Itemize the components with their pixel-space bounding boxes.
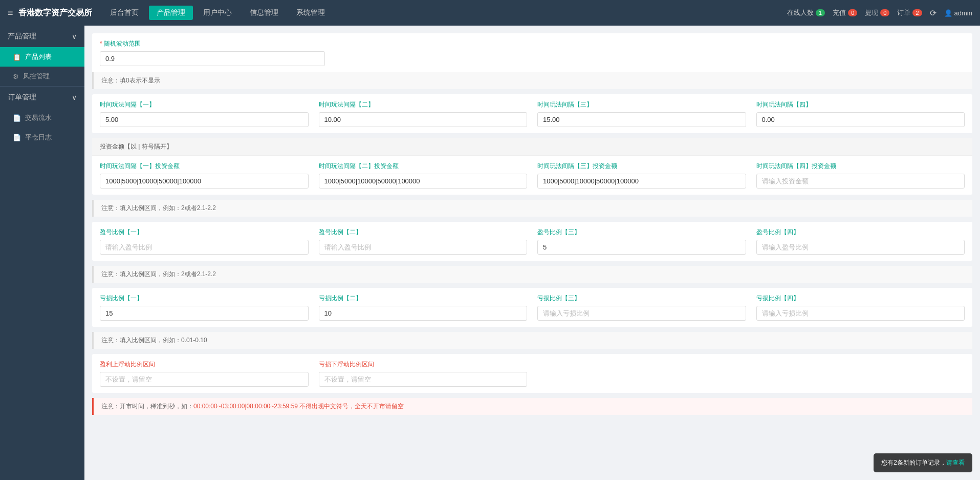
online-label: 在线人数 bbox=[787, 8, 814, 17]
notice-ratio2: 注意：填入比例区间，例如：2或者2.1-2.2 bbox=[92, 266, 972, 283]
order-item[interactable]: 订单 2 bbox=[897, 8, 922, 17]
header-right: 在线人数 1 充值 0 提现 0 订单 2 ⟳ 👤 admin bbox=[787, 8, 972, 18]
online-badge: 1 bbox=[816, 9, 825, 16]
profit-2-input[interactable] bbox=[319, 240, 528, 255]
profit-ratio-section: 盈号比例【一】 盈号比例【二】 盈号比例【三】 盈号比例【四】 bbox=[92, 222, 972, 261]
sidebar-item-risk-control[interactable]: ⚙ 风控管理 bbox=[0, 67, 84, 86]
sidebar-item-close-log[interactable]: 📄 平仓日志 bbox=[0, 128, 84, 147]
invest-3-col: 时间玩法间隔【三】投资金额 bbox=[532, 162, 751, 189]
loss-3-label: 亏损比例【三】 bbox=[537, 294, 746, 303]
profit-1-label: 盈号比例【一】 bbox=[100, 228, 309, 237]
interval-1-label: 时间玩法间隔【一】 bbox=[100, 100, 309, 109]
interval-3-input[interactable] bbox=[537, 112, 746, 127]
invest-2-input[interactable] bbox=[319, 174, 528, 189]
nav-item-info[interactable]: 信息管理 bbox=[242, 6, 286, 20]
loss-3-input[interactable] bbox=[537, 306, 746, 321]
hamburger-icon[interactable]: ≡ bbox=[8, 8, 13, 18]
notification-text: 您有2条新的订单记录， bbox=[881, 459, 946, 466]
invest-4-label: 时间玩法间隔【四】投资金额 bbox=[756, 162, 965, 171]
main-layout: 产品管理 ∨ 📋 产品列表 ⚙ 风控管理 订单管理 ∨ 📄 交易流水 📄 平仓日… bbox=[0, 26, 980, 480]
withdraw-item[interactable]: 提现 0 bbox=[865, 8, 889, 17]
sidebar: 产品管理 ∨ 📋 产品列表 ⚙ 风控管理 订单管理 ∨ 📄 交易流水 📄 平仓日… bbox=[0, 26, 84, 480]
recharge-label: 充值 bbox=[833, 8, 846, 17]
profit-2-label: 盈号比例【二】 bbox=[319, 228, 528, 237]
notice-percent-section: 注意：填入比例区间，例如：0.01-0.10 bbox=[92, 332, 972, 349]
sidebar-item-risk-label: 风控管理 bbox=[23, 72, 50, 81]
order-label: 订单 bbox=[897, 8, 910, 17]
interval-4-input[interactable] bbox=[756, 112, 965, 127]
notice-ratio2-section: 注意：填入比例区间，例如：2或者2.1-2.2 bbox=[92, 266, 972, 283]
loss-float-label: 亏损下浮动比例区间 bbox=[319, 360, 528, 369]
interval-1-input[interactable] bbox=[100, 112, 309, 127]
invest-1-label: 时间玩法间隔【一】投资金额 bbox=[100, 162, 309, 171]
interval-4-label: 时间玩法间隔【四】 bbox=[756, 100, 965, 109]
profit-4-label: 盈号比例【四】 bbox=[756, 228, 965, 237]
admin-label: admin bbox=[954, 9, 972, 17]
invest-3-input[interactable] bbox=[537, 174, 746, 189]
profit-1-input[interactable] bbox=[100, 240, 309, 255]
sidebar-group-product[interactable]: 产品管理 ∨ bbox=[0, 26, 84, 47]
notice-percent: 注意：填入比例区间，例如：0.01-0.10 bbox=[92, 332, 972, 349]
loss-1-input[interactable] bbox=[100, 306, 309, 321]
sidebar-item-transactions[interactable]: 📄 交易流水 bbox=[0, 108, 84, 128]
recharge-item[interactable]: 充值 0 bbox=[833, 8, 857, 17]
interval-2-input[interactable] bbox=[319, 112, 528, 127]
interval-1-col: 时间玩法间隔【一】 bbox=[100, 100, 314, 127]
order-badge: 2 bbox=[912, 9, 922, 16]
main-content: 随机波动范围 注意：填0表示不显示 时间玩法间隔【一】 时间玩法间隔【二】 bbox=[84, 26, 980, 480]
sidebar-item-transactions-label: 交易流水 bbox=[25, 113, 52, 122]
admin-user[interactable]: 👤 admin bbox=[944, 9, 972, 17]
recharge-badge: 0 bbox=[848, 9, 857, 16]
invest-3-label: 时间玩法间隔【三】投资金额 bbox=[537, 162, 746, 171]
nav-item-product[interactable]: 产品管理 bbox=[149, 6, 193, 20]
loss-4-col: 亏损比例【四】 bbox=[751, 294, 965, 321]
invest-2-col: 时间玩法间隔【二】投资金额 bbox=[314, 162, 533, 189]
notice-ratio2-text: 注意：填入比例区间，例如：2或者2.1-2.2 bbox=[101, 270, 216, 278]
loss-2-label: 亏损比例【二】 bbox=[319, 294, 528, 303]
sidebar-group-order-label: 订单管理 bbox=[8, 93, 36, 102]
nav-item-user[interactable]: 用户中心 bbox=[195, 6, 239, 20]
risk-icon: ⚙ bbox=[13, 73, 19, 80]
loss-ratio-row: 亏损比例【一】 亏损比例【二】 亏损比例【三】 亏损比例【四】 bbox=[92, 288, 972, 327]
sidebar-group-order[interactable]: 订单管理 ∨ bbox=[0, 87, 84, 108]
loss-float-input[interactable] bbox=[319, 372, 528, 387]
notice-zero-text: 注意：填0表示不显示 bbox=[101, 77, 160, 84]
random-range-section: 随机波动范围 注意：填0表示不显示 bbox=[92, 33, 972, 89]
loss-4-label: 亏损比例【四】 bbox=[756, 294, 965, 303]
invest-1-col: 时间玩法间隔【一】投资金额 bbox=[100, 162, 314, 189]
sidebar-item-product-list[interactable]: 📋 产品列表 bbox=[0, 47, 84, 67]
notice-open-time: 注意：开市时间，稀准到秒，如：00:00:00~03:00:00|08:00:0… bbox=[92, 398, 972, 415]
sidebar-item-product-list-label: 产品列表 bbox=[25, 52, 52, 61]
profit-float-input[interactable] bbox=[100, 372, 309, 387]
loss-2-input[interactable] bbox=[319, 306, 528, 321]
profit-3-input[interactable] bbox=[537, 240, 746, 255]
notice-zero: 注意：填0表示不显示 bbox=[92, 72, 972, 89]
invest-2-label: 时间玩法间隔【二】投资金额 bbox=[319, 162, 528, 171]
profit-2-col: 盈号比例【二】 bbox=[314, 228, 533, 255]
float-ratio-row: 盈利上浮动比例区间 亏损下浮动比例区间 bbox=[92, 354, 972, 393]
profit-4-input[interactable] bbox=[756, 240, 965, 255]
close-log-icon: 📄 bbox=[13, 134, 21, 141]
notification-link[interactable]: 请查看 bbox=[946, 459, 965, 466]
interval-3-label: 时间玩法间隔【三】 bbox=[537, 100, 746, 109]
transactions-icon: 📄 bbox=[13, 114, 21, 122]
invest-1-input[interactable] bbox=[100, 174, 309, 189]
refresh-icon[interactable]: ⟳ bbox=[930, 8, 937, 18]
nav-item-system[interactable]: 系统管理 bbox=[289, 6, 333, 20]
notice-ratio-text: 注意：填入比例区间，例如：2或者2.1-2.2 bbox=[101, 204, 216, 212]
investment-section-header: 投资金额【以 | 符号隔开】 bbox=[92, 138, 972, 156]
online-count: 在线人数 1 bbox=[787, 8, 825, 17]
loss-1-col: 亏损比例【一】 bbox=[100, 294, 314, 321]
loss-4-input[interactable] bbox=[756, 306, 965, 321]
notice-open-time-time: 00:00:00~03:00:00|08:00:00~23:59:59 bbox=[193, 403, 298, 410]
random-range-input[interactable] bbox=[100, 51, 325, 66]
nav-item-dashboard[interactable]: 后台首页 bbox=[102, 6, 146, 20]
profit-ratio-row: 盈号比例【一】 盈号比例【二】 盈号比例【三】 盈号比例【四】 bbox=[92, 222, 972, 261]
notice-ratio: 注意：填入比例区间，例如：2或者2.1-2.2 bbox=[92, 200, 972, 217]
time-intervals-row: 时间玩法间隔【一】 时间玩法间隔【二】 时间玩法间隔【三】 时间玩法间隔【四】 bbox=[92, 94, 972, 133]
investment-section: 投资金额【以 | 符号隔开】 时间玩法间隔【一】投资金额 时间玩法间隔【二】投资… bbox=[92, 138, 972, 195]
chevron-down-icon-product: ∨ bbox=[72, 32, 77, 40]
float-ratio-section: 盈利上浮动比例区间 亏损下浮动比例区间 bbox=[92, 354, 972, 393]
invest-4-input[interactable] bbox=[756, 174, 965, 189]
withdraw-label: 提现 bbox=[865, 8, 878, 17]
